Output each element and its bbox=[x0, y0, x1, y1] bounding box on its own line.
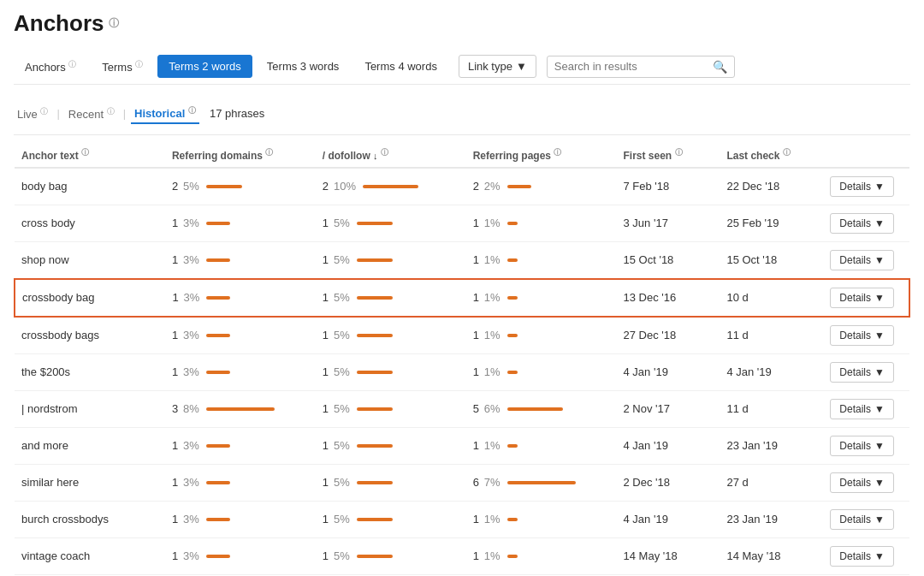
details-button[interactable]: Details ▼ bbox=[830, 250, 894, 270]
table-row: crossbody bag 1 3% 1 5% 1 1% 13 Dec '16 … bbox=[15, 279, 909, 317]
cell-last-check: 27 d bbox=[720, 464, 823, 501]
cell-details: Details ▼ bbox=[823, 317, 909, 354]
cell-ref-domains: 1 3% bbox=[165, 427, 316, 464]
cell-first-seen: 15 Oct '18 bbox=[617, 241, 720, 279]
cell-last-check: 11 d bbox=[720, 317, 823, 354]
details-button[interactable]: Details ▼ bbox=[830, 213, 894, 234]
cell-details: Details ▼ bbox=[823, 205, 909, 241]
cell-details: Details ▼ bbox=[823, 353, 909, 390]
cell-dofollow: 1 5% bbox=[316, 501, 466, 537]
cell-details: Details ▼ bbox=[823, 241, 909, 279]
table-row: body bag 2 5% 2 10% 2 2% 7 Feb '18 22 De… bbox=[15, 168, 909, 205]
tab-terms4words[interactable]: Terms 4 words bbox=[353, 55, 448, 78]
anchors-table: Anchor text ⓘ Referring domains ⓘ / dofo… bbox=[14, 142, 910, 576]
table-row: shop now 1 3% 1 5% 1 1% 15 Oct '18 15 Oc… bbox=[15, 241, 909, 279]
search-container: 🔍 bbox=[547, 56, 735, 78]
phrase-count: 17 phrases bbox=[210, 107, 264, 120]
cell-first-seen: 2 Dec '18 bbox=[617, 464, 720, 501]
table-row: and more 1 3% 1 5% 1 1% 4 Jan '19 23 Jan… bbox=[15, 427, 909, 464]
cell-ref-domains: 1 3% bbox=[165, 537, 316, 574]
details-button[interactable]: Details ▼ bbox=[830, 546, 894, 567]
tab-terms[interactable]: Terms ⓘ bbox=[91, 54, 154, 79]
tab-terms3words[interactable]: Terms 3 words bbox=[256, 55, 351, 78]
cell-ref-domains: 1 3% bbox=[165, 464, 316, 501]
cell-anchor: | nordstrom bbox=[15, 390, 165, 427]
cell-anchor: cross body bbox=[15, 205, 165, 241]
details-arrow-icon: ▼ bbox=[874, 217, 885, 229]
cell-ref-domains: 1 3% bbox=[165, 353, 316, 390]
details-arrow-icon: ▼ bbox=[874, 550, 885, 562]
sub-tab-bar: Live ⓘ | Recent ⓘ | Historical ⓘ 17 phra… bbox=[14, 95, 910, 134]
cell-details: Details ▼ bbox=[823, 279, 909, 317]
tab-anchors[interactable]: Anchors ⓘ bbox=[14, 54, 87, 79]
cell-ref-domains: 3 8% bbox=[165, 390, 316, 427]
cell-dofollow: 2 10% bbox=[316, 168, 466, 205]
th-last-check: Last check ⓘ bbox=[720, 142, 823, 168]
cell-last-check: 23 Jan '19 bbox=[720, 427, 823, 464]
cell-ref-pages: 2 2% bbox=[466, 168, 617, 205]
search-input[interactable] bbox=[554, 60, 713, 73]
cell-last-check: 10 d bbox=[720, 279, 823, 317]
page-title-info-icon[interactable]: ⓘ bbox=[109, 16, 119, 31]
details-button[interactable]: Details ▼ bbox=[830, 472, 894, 493]
th-details bbox=[823, 142, 909, 168]
sub-tab-recent[interactable]: Recent ⓘ bbox=[65, 104, 118, 122]
cell-ref-pages: 1 1% bbox=[466, 279, 617, 317]
table-row: crossbody bags 1 3% 1 5% 1 1% 27 Dec '18… bbox=[15, 317, 909, 354]
cell-details: Details ▼ bbox=[823, 537, 909, 574]
cell-dofollow: 1 5% bbox=[316, 427, 466, 464]
details-arrow-icon: ▼ bbox=[874, 477, 885, 489]
cell-first-seen: 4 Jan '19 bbox=[617, 353, 720, 390]
cell-ref-pages: 1 1% bbox=[466, 537, 617, 574]
sub-tab-live[interactable]: Live ⓘ bbox=[14, 104, 51, 122]
cell-last-check: 15 Oct '18 bbox=[720, 241, 823, 279]
th-referring-pages: Referring pages ⓘ bbox=[466, 142, 617, 168]
cell-first-seen: 7 Feb '18 bbox=[617, 168, 720, 205]
table-row: similar here 1 3% 1 5% 6 7% 2 Dec '18 27… bbox=[15, 464, 909, 501]
search-icon[interactable]: 🔍 bbox=[713, 60, 727, 74]
details-arrow-icon: ▼ bbox=[874, 181, 885, 193]
cell-ref-pages: 1 1% bbox=[466, 501, 617, 537]
details-arrow-icon: ▼ bbox=[874, 440, 885, 452]
cell-ref-domains: 1 3% bbox=[165, 317, 316, 354]
link-type-dropdown[interactable]: Link type ▼ bbox=[459, 55, 536, 78]
table-row: cross body 1 3% 1 5% 1 1% 3 Jun '17 25 F… bbox=[15, 205, 909, 241]
cell-first-seen: 13 Dec '16 bbox=[617, 279, 720, 317]
details-button[interactable]: Details ▼ bbox=[830, 362, 894, 383]
details-button[interactable]: Details ▼ bbox=[830, 288, 894, 308]
cell-ref-pages: 5 6% bbox=[466, 390, 617, 427]
details-button[interactable]: Details ▼ bbox=[830, 325, 894, 346]
cell-details: Details ▼ bbox=[823, 464, 909, 501]
details-arrow-icon: ▼ bbox=[874, 514, 885, 526]
details-button[interactable]: Details ▼ bbox=[830, 436, 894, 456]
details-button[interactable]: Details ▼ bbox=[830, 176, 894, 197]
details-arrow-icon: ▼ bbox=[874, 254, 885, 266]
cell-first-seen: 27 Dec '18 bbox=[617, 317, 720, 354]
cell-ref-pages: 1 1% bbox=[466, 205, 617, 241]
th-first-seen: First seen ⓘ bbox=[617, 142, 720, 168]
cell-last-check: 11 d bbox=[720, 390, 823, 427]
sub-tab-historical[interactable]: Historical ⓘ bbox=[131, 104, 199, 123]
tab-terms2words[interactable]: Terms 2 words bbox=[157, 55, 252, 78]
details-button[interactable]: Details ▼ bbox=[830, 399, 894, 419]
th-dofollow[interactable]: / dofollow ↓ ⓘ bbox=[316, 142, 466, 168]
details-arrow-icon: ▼ bbox=[874, 330, 885, 341]
cell-first-seen: 2 Nov '17 bbox=[617, 390, 720, 427]
cell-anchor: body bag bbox=[15, 168, 165, 205]
details-button[interactable]: Details ▼ bbox=[830, 509, 894, 530]
cell-first-seen: 4 Jan '19 bbox=[617, 501, 720, 537]
cell-last-check: 25 Feb '19 bbox=[720, 205, 823, 241]
cell-dofollow: 1 5% bbox=[316, 537, 466, 574]
cell-dofollow: 1 5% bbox=[316, 279, 466, 317]
cell-ref-pages: 1 1% bbox=[466, 241, 617, 279]
cell-anchor: crossbody bags bbox=[15, 317, 165, 354]
cell-anchor: crossbody bag bbox=[15, 279, 165, 317]
details-arrow-icon: ▼ bbox=[874, 292, 885, 304]
cell-first-seen: 3 Jun '17 bbox=[617, 205, 720, 241]
cell-last-check: 14 May '18 bbox=[720, 537, 823, 574]
table-row: | nordstrom 3 8% 1 5% 5 6% 2 Nov '17 11 … bbox=[15, 390, 909, 427]
th-anchor-text: Anchor text ⓘ bbox=[15, 142, 165, 168]
table-row: the $200s 1 3% 1 5% 1 1% 4 Jan '19 4 Jan… bbox=[15, 353, 909, 390]
details-arrow-icon: ▼ bbox=[874, 366, 885, 378]
cell-anchor: and more bbox=[15, 427, 165, 464]
